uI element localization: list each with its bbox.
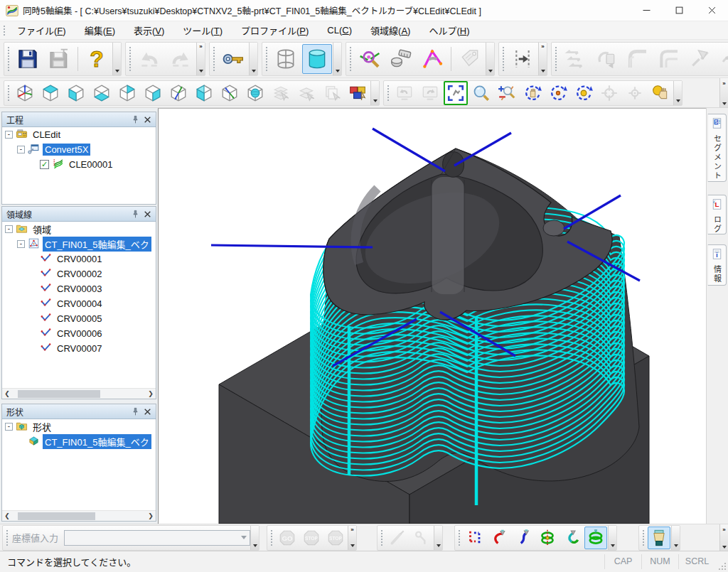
menu-help[interactable]: ヘルプ(H) <box>419 21 478 39</box>
panel-close-button[interactable] <box>141 406 154 418</box>
pin-icon[interactable] <box>129 208 141 220</box>
toolbar-overflow-button[interactable]: » <box>538 43 547 75</box>
corner-radius-button[interactable] <box>623 44 653 74</box>
sim-stop-2-button[interactable]: STOP <box>324 527 347 549</box>
toolbar-drag-handle[interactable] <box>349 46 352 72</box>
menu-cl[interactable]: CL(C) <box>318 23 361 38</box>
display-wireframe-button[interactable] <box>271 44 301 74</box>
menu-profile[interactable]: プロファイル(P) <box>232 21 318 39</box>
menu-edit[interactable]: 編集(E) <box>75 21 124 39</box>
view-prev-button[interactable] <box>392 81 417 105</box>
toolbar-drag-handle[interactable] <box>6 529 9 546</box>
toolbar-drag-handle[interactable] <box>7 85 10 102</box>
cl-curve-red-button[interactable] <box>488 527 510 549</box>
toolbar-row-overflow-button[interactable]: » <box>719 78 728 107</box>
layer-pages-button[interactable] <box>320 81 344 105</box>
tree-item-label[interactable]: CRV00003 <box>55 283 104 295</box>
scroll-right-icon[interactable]: ❯ <box>146 512 156 519</box>
view-top-button[interactable] <box>38 81 63 105</box>
measure-distance-button[interactable] <box>386 44 416 74</box>
view-front-button[interactable] <box>64 81 88 105</box>
rotate-center-button[interactable] <box>546 81 570 105</box>
toolbar-overflow-button[interactable]: » <box>486 43 494 75</box>
cl-points-button[interactable] <box>464 527 486 549</box>
view-bottom-button[interactable] <box>90 81 114 105</box>
tree-expander-icon[interactable]: - <box>5 225 13 233</box>
pin-icon[interactable] <box>129 406 141 418</box>
scroll-left-icon[interactable]: ❮ <box>2 512 12 519</box>
tree-item-label[interactable]: CRV00004 <box>55 298 104 310</box>
tree-item-label[interactable]: 領域 <box>31 222 53 237</box>
cl-curve-blue-button[interactable] <box>512 527 535 549</box>
save-as-button[interactable] <box>44 44 74 74</box>
set-rotate-center-button[interactable] <box>597 81 621 105</box>
save-button[interactable] <box>13 44 43 74</box>
tree-item-label[interactable]: CLE00001 <box>67 158 114 171</box>
tree-item-label[interactable]: CRV00001 <box>55 253 104 265</box>
display-settings-button[interactable] <box>346 81 370 105</box>
toolbar-overflow-button[interactable]: » <box>671 526 680 550</box>
tree-item-crv00003[interactable]: CRV00003 <box>2 281 156 296</box>
menu-file[interactable]: ファイル(F) <box>8 21 75 39</box>
tab-segment[interactable]: Sセグメント <box>707 114 727 182</box>
draw-line-button[interactable] <box>386 527 409 549</box>
toolbar-overflow-button[interactable]: » <box>434 526 442 550</box>
tree-item-region-ct-fin01[interactable]: -CT_FIN01_5軸編集_ベク <box>2 237 156 252</box>
toolbar-drag-handle[interactable] <box>213 46 215 72</box>
menu-view[interactable]: 表示(V) <box>124 21 173 39</box>
cl-loop-points-button[interactable] <box>536 527 559 549</box>
tree-item-shape-ct-fin01[interactable]: CT_FIN01_5軸編集_ベク <box>2 434 156 449</box>
toolbar-row-overflow-button[interactable]: » <box>719 524 728 551</box>
tree-item-crv00004[interactable]: CRV00004 <box>2 296 156 311</box>
view-sphere-button[interactable] <box>243 81 267 105</box>
redo-button[interactable] <box>166 44 196 74</box>
toolbar-overflow-button[interactable]: » <box>249 43 257 75</box>
scroll-right-icon[interactable]: ❯ <box>146 390 156 397</box>
measure-angle-button[interactable] <box>417 44 447 74</box>
tool-holder-display-button[interactable] <box>648 527 670 549</box>
rotate-free-button[interactable] <box>520 81 545 105</box>
tree-item-crv00007[interactable]: CRV00007 <box>2 341 156 356</box>
panel-close-button[interactable] <box>141 114 154 126</box>
tree-expander-icon[interactable]: - <box>5 131 13 139</box>
tree-item-crv00005[interactable]: CRV00005 <box>2 311 156 326</box>
toolbar-drag-handle[interactable] <box>7 46 10 72</box>
menu-region-line[interactable]: 領域線(A) <box>361 21 419 39</box>
license-key-button[interactable] <box>218 44 248 74</box>
tab-info[interactable]: i情報 <box>707 244 727 286</box>
toolpath-mirror-button[interactable] <box>560 44 590 74</box>
coordinate-input-field[interactable] <box>65 531 238 544</box>
resize-grip[interactable] <box>715 551 728 572</box>
set-rotate-center-2-button[interactable] <box>623 81 647 105</box>
tree-item-cle00001[interactable]: ✓CLE00001 <box>2 157 156 172</box>
zoom-in-out-button[interactable] <box>495 81 519 105</box>
path-node-edit-button[interactable] <box>717 44 728 74</box>
menu-tools[interactable]: ツール(T) <box>173 21 232 39</box>
display-shaded-button[interactable] <box>302 44 332 74</box>
toolbar-overflow-button[interactable]: » <box>112 43 121 75</box>
toolbar-overflow-button[interactable]: » <box>673 81 682 105</box>
tree-item-crv00002[interactable]: CRV00002 <box>2 266 156 281</box>
view-fit-button[interactable] <box>444 81 468 105</box>
insert-vector-button[interactable] <box>508 44 537 74</box>
minimize-button[interactable] <box>630 0 663 21</box>
toolbar-overflow-button[interactable]: » <box>608 526 616 550</box>
tree-item-label[interactable]: 形状 <box>31 419 53 434</box>
view-iso-2-button[interactable] <box>166 81 191 105</box>
tree-item-region-root[interactable]: -領域 <box>2 222 156 237</box>
view-back-button[interactable] <box>115 81 139 105</box>
coordinate-input-combobox[interactable] <box>64 530 250 546</box>
toolbar-drag-handle[interactable] <box>270 529 273 546</box>
maximize-button[interactable] <box>663 0 695 21</box>
tree-item-shape-root[interactable]: -形状 <box>2 419 156 434</box>
tree-item-label[interactable]: CLEdit <box>31 129 63 141</box>
sim-go-button[interactable]: GO <box>276 527 299 549</box>
tree-item-label[interactable]: CT_FIN01_5軸編集_ベク <box>43 434 151 449</box>
toolbar-drag-handle[interactable] <box>642 529 645 546</box>
toolbar-overflow-button[interactable]: » <box>196 43 205 75</box>
zoom-button[interactable] <box>469 81 493 105</box>
tree-item-label[interactable]: Convert5X <box>43 144 90 156</box>
toolbar-overflow-button[interactable]: » <box>370 81 379 105</box>
path-split-button[interactable] <box>685 44 715 74</box>
layer-slice-2-button[interactable] <box>294 81 318 105</box>
